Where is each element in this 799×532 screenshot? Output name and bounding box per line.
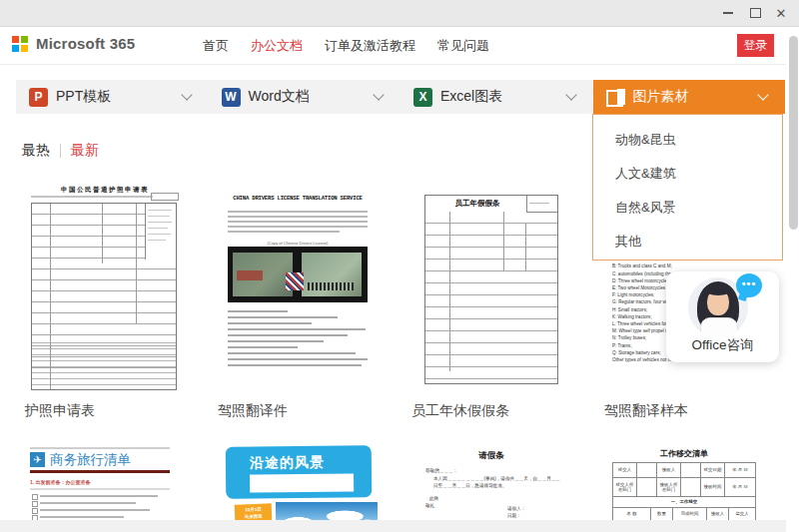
main-nav: 首页 办公文档 订单及激活教程 常见问题: [203, 27, 489, 64]
category-bar: P PPT模板 W Word文档 X Excel图表 图片素材: [16, 80, 785, 114]
table-cell: [637, 478, 657, 496]
close-button[interactable]: ✕: [768, 0, 794, 26]
chat-bubble-icon: •••: [736, 273, 762, 297]
excel-icon: X: [413, 88, 432, 107]
doc-title: 请假条: [411, 450, 571, 462]
category-tab-ppt[interactable]: P PPT模板: [16, 80, 209, 114]
assistant-label: Office咨询: [666, 336, 779, 354]
category-label: Excel图表: [440, 88, 502, 106]
sort-filters: 最热 最新: [22, 142, 99, 160]
doc-title: 沿途的风景: [250, 454, 325, 473]
maximize-icon: [750, 8, 761, 18]
word-icon: W: [222, 88, 241, 107]
doc-text-line: 请假人：: [507, 506, 525, 511]
minimize-icon: [723, 12, 733, 14]
table-cell: 接收时间: [701, 478, 725, 496]
maximize-button[interactable]: [742, 0, 768, 26]
template-card-handover[interactable]: 工作移交清单 移交人 接收人 移交日期 年 月 日 移交人所在部门 接收人所在部…: [604, 444, 764, 532]
dropdown-item-culture[interactable]: 人文&建筑: [593, 157, 782, 191]
doc-text-line: 尊敬的＿＿＿：: [425, 468, 457, 473]
photo-instructions-box: [145, 204, 176, 260]
brand-logo: Microsoft 365: [12, 35, 135, 52]
table-cell: 名 称: [613, 508, 651, 520]
doc-text-line: 敬礼: [425, 503, 434, 508]
template-caption: 驾照翻译样本: [604, 402, 688, 420]
window-titlebar: ✕: [0, 0, 799, 27]
microsoft-logo-icon: [12, 36, 28, 52]
form-table: 员工年假假条: [424, 195, 558, 384]
doc-subtitle: (Copy of Chinese Drivers License): [218, 241, 378, 246]
table-cell: [681, 478, 701, 496]
doc-text-line: 此致: [429, 496, 438, 501]
category-label: Word文档: [249, 88, 310, 106]
doc-text-line: B: Trucks and class C and M;: [612, 263, 760, 269]
doc-preview: 中国公民普通护照申请表: [25, 183, 185, 394]
template-caption: 驾照翻译件: [218, 402, 288, 420]
nav-item-orders[interactable]: 订单及激活教程: [325, 37, 415, 55]
doc-section-heading: 1. 出发前准备：办公室准备: [30, 479, 91, 485]
filter-latest[interactable]: 最新: [71, 142, 99, 160]
table-cell: 移交日期: [701, 463, 725, 477]
assistant-widget[interactable]: ••• Office咨询: [666, 271, 779, 362]
minimize-button[interactable]: [715, 0, 741, 26]
doc-title: 工作移交清单: [604, 448, 764, 459]
nav-item-office-docs[interactable]: 办公文档: [251, 37, 303, 55]
striped-ribbon: [286, 272, 304, 290]
doc-text-line: 日期：: [507, 513, 521, 518]
banner-text-box: [250, 473, 354, 492]
template-card-business-travel[interactable]: ✈ 商务旅行清单 1. 出发前准备：办公室准备: [25, 439, 185, 532]
table-cell: 接收人: [657, 463, 681, 477]
brand-name: Microsoft 365: [36, 35, 135, 52]
images-icon: [606, 89, 625, 105]
header: Microsoft 365 首页 办公文档 订单及激活教程 常见问题 登录: [0, 27, 786, 65]
template-card-leave-note[interactable]: 请假条 尊敬的＿＿＿： 本人因＿＿＿＿＿＿＿＿(事由)，请假共＿＿天，自＿＿月＿…: [411, 444, 571, 532]
table-cell: [681, 463, 701, 477]
table-cell: 监交人: [729, 508, 755, 520]
table-cell: 年 月 日: [725, 463, 755, 477]
form-corner-cell: [526, 196, 557, 213]
bottom-strip: [0, 520, 786, 532]
doc-title: 员工年假假条: [425, 199, 529, 209]
template-caption: 员工年休假假条: [411, 402, 509, 420]
table-cell: 年 月 日: [725, 478, 755, 496]
dropdown-item-animals[interactable]: 动物&昆虫: [593, 123, 782, 157]
scrollbar-thumb[interactable]: [789, 36, 798, 230]
table-cell: 接收人所在部门: [657, 478, 681, 496]
doc-preview: 工作移交清单 移交人 接收人 移交日期 年 月 日 移交人所在部门 接收人所在部…: [604, 444, 764, 532]
powerpoint-icon: P: [29, 88, 48, 107]
category-tab-excel[interactable]: X Excel图表: [400, 80, 593, 114]
doc-note-box: [151, 193, 179, 201]
dropdown-item-other[interactable]: 其他: [593, 225, 782, 259]
table-cell: 接收人: [707, 508, 729, 520]
category-tab-word[interactable]: W Word文档: [209, 80, 401, 114]
chevron-down-icon: [373, 89, 384, 100]
nav-item-faq[interactable]: 常见问题: [437, 37, 489, 55]
filter-hot[interactable]: 最热: [22, 142, 50, 160]
doc-preview: CHINA DRIVERS LICENSE TRANSLATION SERVIC…: [218, 183, 378, 394]
template-card-scenery[interactable]: 沿途的风景 10月1日 马来西亚: [218, 444, 378, 532]
blue-banner: 沿途的风景: [226, 445, 373, 499]
airplane-icon: ✈: [30, 452, 45, 467]
login-button[interactable]: 登录: [737, 34, 774, 57]
doc-preview: 请假条 尊敬的＿＿＿： 本人因＿＿＿＿＿＿＿＿(事由)，请假共＿＿天，自＿＿月＿…: [411, 444, 571, 532]
doc-title: 商务旅行清单: [50, 451, 131, 469]
category-label: 图片素材: [633, 88, 689, 106]
form-table: [31, 203, 177, 390]
chevron-down-icon: [181, 89, 192, 100]
doc-text-line: 本人因＿＿＿＿＿＿＿＿(事由)，请假共＿＿天，自＿＿月＿＿日至＿＿月＿＿日，恳请…: [433, 476, 563, 490]
template-caption: 护照申请表: [25, 402, 95, 420]
app-window: ✕ Microsoft 365 首页 办公文档 订单及激活教程 常见问题 登录 …: [0, 0, 799, 532]
close-icon: ✕: [776, 7, 787, 20]
table-cell: 移交人所在部门: [613, 478, 637, 496]
doc-preview: 员工年假假条: [411, 183, 571, 394]
doc-title: CHINA DRIVERS LICENSE TRANSLATION SERVIC…: [222, 195, 374, 202]
category-tab-images[interactable]: 图片素材: [593, 80, 786, 114]
doc-preview: 沿途的风景 10月1日 马来西亚: [218, 444, 378, 532]
license-photo: [228, 247, 368, 302]
table-cell: 一、工作移交: [613, 497, 755, 507]
dropdown-item-nature[interactable]: 自然&风景: [593, 191, 782, 225]
nav-item-home[interactable]: 首页: [203, 37, 229, 55]
table-cell: [637, 463, 657, 477]
images-dropdown-menu: 动物&昆虫 人文&建筑 自然&风景 其他: [592, 114, 783, 261]
category-label: PPT模板: [56, 88, 111, 106]
